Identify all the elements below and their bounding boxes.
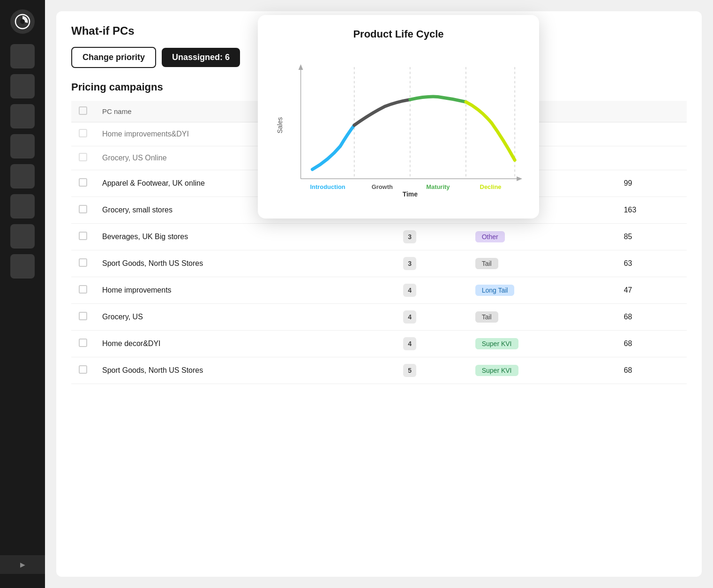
row-count: 47 [616,277,687,304]
row-checkbox-cell [71,250,95,277]
row-priority: 5 [396,357,468,384]
row-count: 68 [616,357,687,384]
row-checkbox[interactable] [79,205,87,213]
row-checkbox[interactable] [79,285,87,294]
row-checkbox-cell [71,331,95,357]
row-type: Long Tail [468,277,616,304]
change-priority-button[interactable]: Change priority [71,47,156,68]
row-type: Super KVI [468,357,616,384]
row-checkbox-cell [71,304,95,331]
row-checkbox[interactable] [79,178,87,187]
row-checkbox-cell [71,357,95,384]
row-checkbox[interactable] [79,258,87,267]
sidebar-item-8[interactable] [10,254,35,279]
row-pc-name: Grocery, US [95,304,396,331]
row-checkbox-cell [71,277,95,304]
unassigned-button[interactable]: Unassigned: 6 [162,48,240,67]
svg-text:Introduction: Introduction [310,183,345,190]
row-pc-name: Sport Goods, North US Stores [95,250,396,277]
sidebar-item-6[interactable] [10,194,35,219]
row-pc-name: Home improvements [95,277,396,304]
sidebar-item-4[interactable] [10,134,35,158]
svg-text:Growth: Growth [372,183,393,190]
svg-point-1 [20,19,25,24]
sidebar-item-2[interactable] [10,74,35,98]
table-row: Beverages, UK Big stores3Other85 [71,224,687,250]
sidebar-item-3[interactable] [10,104,35,128]
sidebar-item-7[interactable] [10,224,35,249]
svg-text:Maturity: Maturity [426,183,450,190]
row-priority: 4 [396,277,468,304]
svg-text:Time: Time [403,190,418,198]
row-priority: 4 [396,304,468,331]
row-type: Tail [468,250,616,277]
row-priority: 4 [396,331,468,357]
row-count: 85 [616,224,687,250]
row-type: Other [468,224,616,250]
row-count: 68 [616,331,687,357]
main-content: What-if PCs Change priority Unassigned: … [45,0,713,588]
row-pc-name: Beverages, UK Big stores [95,224,396,250]
svg-marker-4 [299,64,303,70]
svg-text:Sales: Sales [276,117,284,134]
svg-text:Decline: Decline [480,183,502,190]
row-checkbox[interactable] [79,312,87,320]
row-checkbox[interactable] [79,232,87,240]
row-count [616,146,687,170]
chart-title: Product Life Cycle [273,28,524,40]
row-checkbox[interactable] [79,339,87,347]
table-row: Sport Goods, North US Stores5Super KVI68 [71,357,687,384]
select-all-checkbox[interactable] [79,106,87,115]
row-count: 99 [616,170,687,197]
svg-marker-5 [517,176,522,181]
row-type: Super KVI [468,331,616,357]
table-row: Home improvements4Long Tail47 [71,277,687,304]
row-checkbox-cell [71,197,95,224]
row-checkbox[interactable] [79,365,87,374]
sidebar-collapse-button[interactable] [0,555,45,574]
row-checkbox-cell [71,224,95,250]
header-checkbox-cell [71,101,95,122]
row-pc-name: Sport Goods, North US Stores [95,357,396,384]
sidebar-item-5[interactable] [10,164,35,188]
sidebar [0,0,45,588]
row-checkbox-cell [71,146,95,170]
table-row: Grocery, US4Tail68 [71,304,687,331]
row-count: 163 [616,197,687,224]
table-row: Sport Goods, North US Stores3Tail63 [71,250,687,277]
row-pc-name: Home decor&DYI [95,331,396,357]
sidebar-item-1[interactable] [10,44,35,68]
table-row: Home decor&DYI4Super KVI68 [71,331,687,357]
product-lifecycle-chart: Product Life Cycle Sales [258,15,539,219]
row-count: 63 [616,250,687,277]
row-priority: 3 [396,250,468,277]
row-priority: 3 [396,224,468,250]
row-checkbox[interactable] [79,153,87,161]
main-panel: What-if PCs Change priority Unassigned: … [56,11,702,577]
row-type: Tail [468,304,616,331]
header-count [616,101,687,122]
app-logo[interactable] [10,9,35,34]
chart-svg-area: Sales Introduction Growth Maturity Decli… [273,48,524,207]
row-checkbox[interactable] [79,129,87,137]
row-checkbox-cell [71,170,95,197]
row-count: 68 [616,304,687,331]
row-checkbox-cell [71,122,95,146]
row-count [616,122,687,146]
